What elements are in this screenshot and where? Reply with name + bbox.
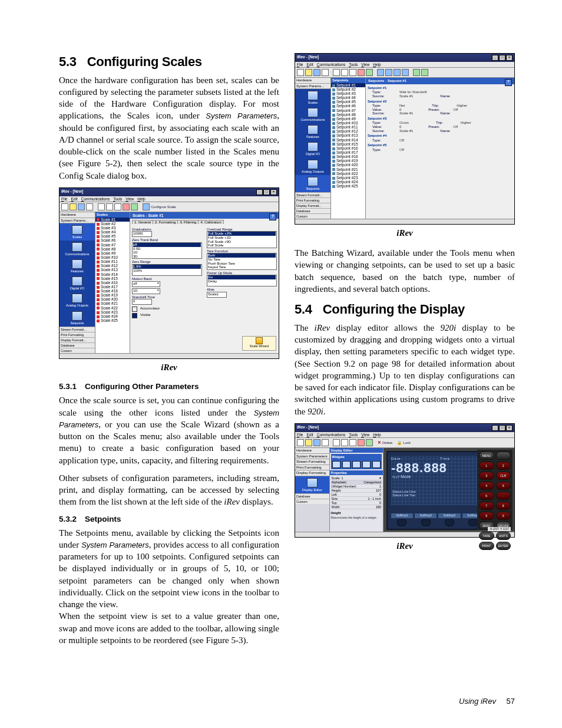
toolbar[interactable]: ✕Delete 🔒Lock	[295, 438, 514, 448]
tab[interactable]: 3. Filtering	[177, 220, 199, 224]
keypad-key[interactable]: 8	[496, 502, 511, 510]
keypad-key[interactable]	[496, 452, 511, 460]
nav-item[interactable]: Scales	[295, 89, 330, 106]
keypad-key[interactable]: 7	[479, 502, 494, 510]
list-item[interactable]: Setpoint #3	[331, 91, 365, 95]
keypad-key[interactable]: PRINT	[479, 542, 494, 550]
list-item[interactable]: Scale #11	[95, 259, 130, 263]
toolbar[interactable]: Configure Scale	[59, 202, 279, 212]
list-item[interactable]: Setpoint #16	[331, 146, 365, 150]
keypad-key[interactable]: 2	[496, 462, 511, 470]
list-zr[interactable]: 1.9%100%	[132, 264, 202, 276]
list-item[interactable]: Setpoint #25	[331, 184, 365, 188]
input-sst[interactable]: 0	[132, 299, 152, 305]
prop-row[interactable]: Left0	[331, 493, 382, 497]
window-buttons[interactable]: _□×	[256, 189, 277, 195]
nav-item[interactable]: Scales	[59, 223, 95, 241]
list-item[interactable]: Setpoint #5	[331, 100, 365, 104]
keypad-key[interactable]: 4	[479, 482, 494, 490]
nav-item[interactable]: Analog Outputs	[295, 158, 330, 175]
nav-item[interactable]: Setpoints	[59, 309, 95, 327]
list-item[interactable]: Setpoint #1	[331, 83, 365, 87]
list-item[interactable]: Scale #14	[95, 272, 130, 276]
list-item[interactable]: Setpoint #8	[331, 113, 365, 117]
list-item[interactable]: Scale #4	[95, 230, 130, 234]
list-ztb[interactable]: off 0.5D1D3D	[132, 242, 202, 259]
list-item[interactable]: Setpoint #21	[331, 167, 365, 172]
menu-item[interactable]: Communications	[317, 62, 345, 67]
list-item[interactable]: Scale #12	[95, 263, 130, 268]
menu-item[interactable]: Tools	[113, 197, 122, 201]
keypad[interactable]: MENU123CLR456·7890ZEROGROSSTAREUNITSPRIN…	[477, 450, 513, 530]
select-mb[interactable]: off	[132, 281, 160, 287]
nav-tab[interactable]: System Params...	[59, 218, 95, 224]
list-item[interactable]: Setpoint #10	[331, 121, 365, 125]
menu-item[interactable]: View	[361, 62, 369, 67]
list-item[interactable]: Scale #20	[95, 297, 130, 301]
list-item[interactable]: Setpoint #20	[331, 163, 365, 167]
menu-item[interactable]: Communications	[81, 197, 110, 201]
menu-item[interactable]: Tools	[349, 62, 358, 67]
list-item[interactable]: Scale #1	[95, 218, 130, 222]
softkey[interactable]: SoftKey1	[391, 513, 413, 518]
list-item[interactable]: Scale #6	[95, 238, 130, 242]
list-pum[interactable]: GoDelay	[207, 275, 277, 286]
list-item[interactable]: Setpoint #13	[331, 133, 365, 137]
nav-sub-item[interactable]: Display Formatt...	[295, 203, 330, 208]
nav-item[interactable]: Communications	[59, 241, 95, 258]
keypad-key[interactable]: TARE	[479, 532, 494, 540]
list-item[interactable]: Scale #22	[95, 306, 130, 310]
list-item[interactable]: Scale #17	[95, 285, 130, 289]
list-item[interactable]: Setpoint #2	[331, 87, 365, 91]
softkey[interactable]: SoftKey2	[415, 513, 437, 518]
left-nav[interactable]: HardwareSystem Params...ScalesCommunicat…	[295, 78, 331, 219]
keypad-key[interactable]: 0	[496, 512, 511, 520]
sp-section-header[interactable]: Setpoint #5	[368, 143, 513, 147]
keypad-key[interactable]: MENU	[479, 452, 494, 460]
menu-item[interactable]: File	[297, 62, 303, 67]
properties-panel[interactable]: Display Editor Widgets Properties Scale:…	[330, 448, 384, 532]
nav-sub-item[interactable]: Database	[295, 208, 330, 213]
menu-bar[interactable]: FileEditCommunicationsToolsViewHelp	[295, 432, 514, 438]
sp-section-header[interactable]: Setpoint #2	[368, 100, 513, 104]
list-item[interactable]: Scale #5	[95, 234, 130, 238]
scale-list[interactable]: Scales Scale #1Scale #2Scale #3Scale #4S…	[95, 212, 130, 353]
list-item[interactable]: Scale #18	[95, 289, 130, 293]
list-item[interactable]: Setpoint #24	[331, 180, 365, 184]
menu-item[interactable]: File	[297, 433, 303, 437]
nav-item[interactable]: Digital I/O	[295, 140, 330, 157]
list-item[interactable]: Setpoint #15	[331, 142, 365, 146]
list-item[interactable]: Setpoint #12	[331, 129, 365, 133]
keypad-key[interactable]: 6	[479, 492, 494, 500]
list-item[interactable]: Setpoint #11	[331, 125, 365, 129]
list-item[interactable]: Scale #13	[95, 268, 130, 272]
list-item[interactable]: Scale #2	[95, 222, 130, 226]
menu-item[interactable]: Help	[137, 197, 145, 201]
menu-item[interactable]: Edit	[71, 197, 78, 201]
list-item[interactable]: Setpoint #23	[331, 176, 365, 180]
nav-sub-item[interactable]: Stream Formatti...	[295, 192, 330, 197]
list-item[interactable]: Setpoint #6	[331, 104, 365, 108]
softkey[interactable]: SoftKey3	[438, 513, 460, 518]
help-icon[interactable]: ?	[269, 213, 276, 220]
nav-item[interactable]: Features	[295, 123, 330, 140]
prop-row[interactable]: Size1 - 1 inch	[331, 497, 382, 501]
menu-item[interactable]: Edit	[307, 433, 313, 437]
nav-tab[interactable]: Print Formatting	[295, 465, 329, 471]
list-item[interactable]: Setpoint #17	[331, 150, 365, 154]
list-item[interactable]: Scale #10	[95, 255, 130, 259]
nav-sub-item[interactable]: Print Formatting	[59, 332, 95, 337]
menu-bar[interactable]: FileEditCommunicationsToolsViewHelp	[59, 196, 279, 202]
menu-item[interactable]: File	[61, 197, 68, 201]
list-item[interactable]: Scale #16	[95, 281, 130, 285]
nav-item[interactable]: Features	[59, 258, 95, 275]
menu-item[interactable]: Edit	[307, 62, 313, 67]
list-item[interactable]: Scale #23	[95, 310, 130, 314]
menu-item[interactable]: Help	[373, 433, 381, 437]
list-item[interactable]: Scale #9	[95, 251, 130, 255]
keypad-key[interactable]: ENTER	[496, 542, 511, 550]
prop-row[interactable]: Top0	[331, 501, 382, 505]
input-graduations[interactable]: 10000	[132, 231, 152, 237]
keypad-key[interactable]: ·	[496, 492, 511, 500]
sp-section-header[interactable]: Setpoint #4	[368, 134, 513, 138]
